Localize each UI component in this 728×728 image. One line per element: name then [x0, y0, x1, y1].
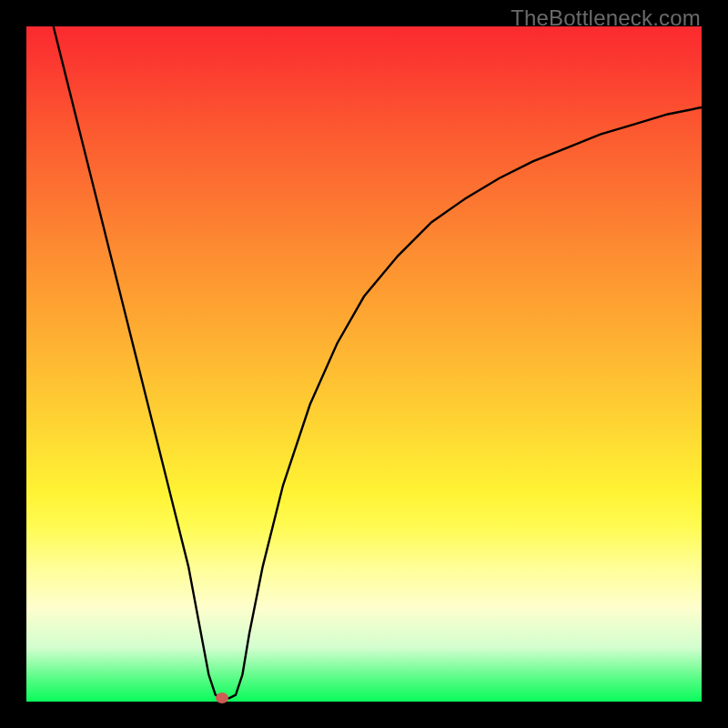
plot-area: [26, 26, 702, 702]
attribution-label: TheBottleneck.com: [511, 5, 701, 31]
min-point-marker: [216, 693, 228, 703]
